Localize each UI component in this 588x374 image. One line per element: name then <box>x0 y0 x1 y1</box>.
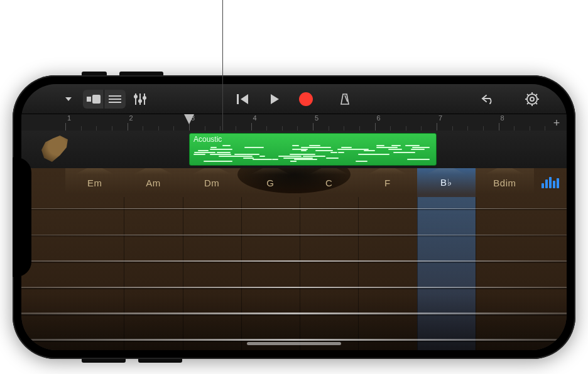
svg-line-22 <box>527 102 529 104</box>
guitar-string-3[interactable] <box>21 260 567 262</box>
ruler-bar-number: 5 <box>315 114 318 122</box>
midi-note <box>412 159 429 160</box>
guitar-string-6[interactable] <box>21 339 567 341</box>
track-controls-button[interactable] <box>131 90 150 109</box>
ruler-subtick <box>530 126 530 131</box>
midi-note <box>391 145 401 146</box>
svg-point-14 <box>530 97 534 101</box>
metronome-button[interactable] <box>335 90 354 109</box>
autoplay-icon <box>542 177 559 188</box>
chord-strip-bflat[interactable]: B♭ <box>417 168 476 197</box>
midi-note <box>359 154 379 155</box>
chord-strip-row: EmAmDmGCFB♭Bdim <box>21 168 567 197</box>
chord-strip-c[interactable]: C <box>300 168 358 197</box>
chord-strip-f[interactable]: F <box>358 168 416 197</box>
play-button[interactable] <box>265 90 284 109</box>
midi-note <box>412 147 430 148</box>
ruler-subtick <box>452 126 453 131</box>
svg-line-20 <box>535 102 537 104</box>
fret-separator <box>417 197 418 350</box>
view-toggle-button[interactable] <box>83 90 104 109</box>
midi-note <box>253 159 272 160</box>
midi-note <box>210 147 217 148</box>
chord-strip-dm[interactable]: Dm <box>183 168 241 197</box>
chord-strip-g[interactable]: G <box>241 168 300 197</box>
ruler-bar-number: 8 <box>501 114 504 122</box>
browser-button[interactable] <box>59 90 78 109</box>
ruler-subtick <box>297 126 298 131</box>
midi-note <box>245 147 264 148</box>
midi-note <box>411 149 424 150</box>
autoplay-button[interactable] <box>534 168 567 197</box>
guitar-string-1[interactable] <box>21 208 567 209</box>
midi-note <box>351 149 368 150</box>
midi-note <box>246 154 259 155</box>
midi-note <box>272 159 278 160</box>
midi-note <box>243 158 254 159</box>
ruler-subtick <box>173 126 174 131</box>
midi-note <box>292 145 298 146</box>
midi-note <box>198 150 209 151</box>
guitar-string-5[interactable] <box>21 313 567 314</box>
ruler-bar-number: 1 <box>67 114 71 122</box>
svg-line-19 <box>527 94 529 96</box>
ruler-subtick <box>158 126 159 131</box>
midi-note <box>356 161 368 162</box>
track-lane: Acoustic <box>21 131 567 168</box>
chord-strip-em[interactable]: Em <box>65 168 124 197</box>
midi-note <box>222 145 231 146</box>
device-frame: 12345678 + Acoustic EmAmDmGCFB♭Bdim <box>13 75 575 359</box>
guitar-string-2[interactable] <box>21 235 567 235</box>
string-area <box>21 197 567 350</box>
settings-button[interactable] <box>523 90 542 109</box>
svg-line-21 <box>535 94 537 96</box>
midi-note <box>219 156 241 157</box>
svg-rect-11 <box>237 94 239 104</box>
midi-region[interactable]: Acoustic <box>189 133 437 166</box>
ruler-bar-number: 2 <box>129 114 133 122</box>
fret-separator <box>476 197 476 350</box>
home-indicator[interactable] <box>247 342 341 345</box>
go-to-beginning-button[interactable] <box>234 90 253 109</box>
device-notch <box>13 158 31 277</box>
ruler-subtick <box>545 126 545 131</box>
midi-note <box>301 150 307 151</box>
ruler-subtick <box>514 126 514 131</box>
midi-note <box>219 161 232 162</box>
ruler-subtick <box>112 126 112 131</box>
midi-note <box>376 147 398 148</box>
midi-note <box>388 149 402 150</box>
chord-strip-bdim[interactable]: Bdim <box>476 168 534 197</box>
midi-note <box>302 149 308 150</box>
guitar-string-4[interactable] <box>21 287 567 288</box>
add-bars-button[interactable]: + <box>550 117 563 129</box>
midi-note <box>217 152 231 153</box>
fx-button[interactable] <box>104 90 126 109</box>
track-header[interactable] <box>40 134 69 163</box>
undo-button[interactable] <box>479 90 498 109</box>
region-label: Acoustic <box>193 135 222 144</box>
midi-note <box>290 154 302 155</box>
ruler-subtick <box>220 126 220 131</box>
svg-rect-0 <box>87 97 91 102</box>
ruler-bar-number: 6 <box>377 114 381 122</box>
ruler-subtick <box>359 126 360 131</box>
midi-note <box>313 147 325 148</box>
midi-note <box>259 156 265 157</box>
record-button[interactable] <box>297 90 315 109</box>
midi-note <box>303 156 325 157</box>
midi-note <box>342 149 351 150</box>
app-screen: 12345678 + Acoustic EmAmDmGCFB♭Bdim <box>21 84 567 350</box>
svg-rect-3 <box>109 99 121 100</box>
ruler-subtick <box>406 126 406 131</box>
timeline-ruler[interactable]: 12345678 <box>21 114 567 131</box>
midi-note <box>393 152 408 153</box>
midi-note <box>210 154 215 155</box>
midi-note <box>338 152 344 153</box>
svg-point-9 <box>138 99 142 103</box>
ruler-subtick <box>390 126 391 131</box>
svg-point-10 <box>143 96 146 100</box>
midi-note <box>204 152 215 153</box>
chord-strip-am[interactable]: Am <box>124 168 182 197</box>
ruler-subtick <box>81 126 82 131</box>
